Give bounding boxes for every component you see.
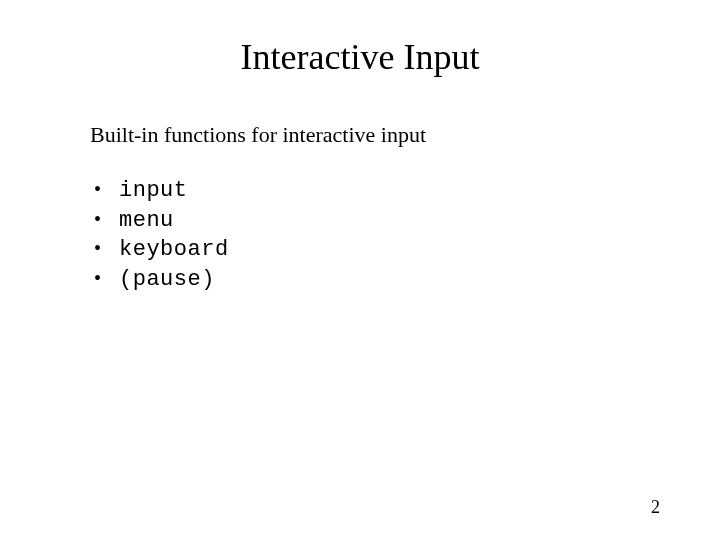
list-item: • menu [94, 206, 630, 236]
bullet-icon: • [94, 206, 101, 232]
slide-title: Interactive Input [90, 36, 630, 78]
bullet-text: menu [119, 207, 174, 236]
bullet-text: (pause) [119, 266, 215, 295]
list-item: • (pause) [94, 265, 630, 295]
slide-subtitle: Built-in functions for interactive input [90, 122, 630, 148]
list-item: • keyboard [94, 235, 630, 265]
bullet-list: • input • menu • keyboard • (pause) [90, 176, 630, 294]
bullet-icon: • [94, 235, 101, 261]
bullet-icon: • [94, 176, 101, 202]
bullet-text: input [119, 177, 188, 206]
list-item: • input [94, 176, 630, 206]
bullet-icon: • [94, 265, 101, 291]
slide-container: Interactive Input Built-in functions for… [0, 0, 720, 540]
page-number: 2 [651, 497, 660, 518]
bullet-text: keyboard [119, 236, 229, 265]
